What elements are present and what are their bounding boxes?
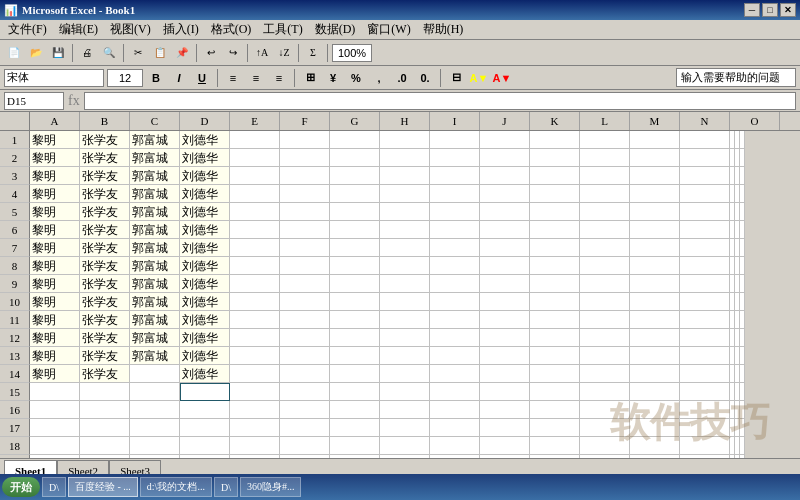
cell-Q18[interactable] (740, 437, 745, 455)
cell-H3[interactable] (380, 167, 430, 185)
cell-G13[interactable] (330, 347, 380, 365)
cell-D7[interactable]: 刘德华 (180, 239, 230, 257)
taskbar-item-4[interactable]: D\ (214, 477, 238, 497)
cell-B9[interactable]: 张学友 (80, 275, 130, 293)
cell-K6[interactable] (530, 221, 580, 239)
cell-N14[interactable] (680, 365, 730, 383)
cell-G18[interactable] (330, 437, 380, 455)
merge-button[interactable]: ⊞ (300, 69, 320, 87)
cell-A4[interactable]: 黎明 (30, 185, 80, 203)
minimize-button[interactable]: ─ (744, 3, 760, 17)
cell-J13[interactable] (480, 347, 530, 365)
cell-K17[interactable] (530, 419, 580, 437)
cell-L15[interactable] (580, 383, 630, 401)
cell-Q11[interactable] (740, 311, 745, 329)
row-num-8[interactable]: 8 (0, 257, 30, 275)
sort-desc-button[interactable]: ↓Z (274, 43, 294, 63)
cell-C16[interactable] (130, 401, 180, 419)
maximize-button[interactable]: □ (762, 3, 778, 17)
taskbar-item-3[interactable]: d:\我的文档... (140, 477, 212, 497)
cell-G6[interactable] (330, 221, 380, 239)
cell-I12[interactable] (430, 329, 480, 347)
cell-N5[interactable] (680, 203, 730, 221)
col-header-C[interactable]: C (130, 112, 180, 130)
cell-N9[interactable] (680, 275, 730, 293)
cell-A13[interactable]: 黎明 (30, 347, 80, 365)
cell-G1[interactable] (330, 131, 380, 149)
cell-G11[interactable] (330, 311, 380, 329)
cell-G16[interactable] (330, 401, 380, 419)
cell-J19[interactable] (480, 455, 530, 458)
cell-F3[interactable] (280, 167, 330, 185)
cell-E3[interactable] (230, 167, 280, 185)
cell-A3[interactable]: 黎明 (30, 167, 80, 185)
sum-button[interactable]: Σ (303, 43, 323, 63)
cell-K9[interactable] (530, 275, 580, 293)
cell-D12[interactable]: 刘德华 (180, 329, 230, 347)
cell-N17[interactable] (680, 419, 730, 437)
cell-F4[interactable] (280, 185, 330, 203)
row-num-1[interactable]: 1 (0, 131, 30, 149)
cell-C8[interactable]: 郭富城 (130, 257, 180, 275)
cell-M4[interactable] (630, 185, 680, 203)
cell-M19[interactable] (630, 455, 680, 458)
col-header-B[interactable]: B (80, 112, 130, 130)
cell-A19[interactable] (30, 455, 80, 458)
new-button[interactable]: 📄 (4, 43, 24, 63)
cell-E2[interactable] (230, 149, 280, 167)
cell-A14[interactable]: 黎明 (30, 365, 80, 383)
cell-K8[interactable] (530, 257, 580, 275)
cell-A1[interactable]: 黎明 (30, 131, 80, 149)
cell-G17[interactable] (330, 419, 380, 437)
cell-G15[interactable] (330, 383, 380, 401)
cell-A2[interactable]: 黎明 (30, 149, 80, 167)
cell-Q1[interactable] (740, 131, 745, 149)
cell-I19[interactable] (430, 455, 480, 458)
start-button[interactable]: 开始 (2, 477, 40, 497)
cell-Q6[interactable] (740, 221, 745, 239)
cell-B17[interactable] (80, 419, 130, 437)
row-num-15[interactable]: 15 (0, 383, 30, 401)
cell-J6[interactable] (480, 221, 530, 239)
sort-asc-button[interactable]: ↑A (252, 43, 272, 63)
cell-A15[interactable] (30, 383, 80, 401)
taskbar-item-2[interactable]: 百度经验 - ... (68, 477, 138, 497)
font-name-input[interactable] (4, 69, 104, 87)
cell-M3[interactable] (630, 167, 680, 185)
cell-C9[interactable]: 郭富城 (130, 275, 180, 293)
cell-F11[interactable] (280, 311, 330, 329)
row-num-7[interactable]: 7 (0, 239, 30, 257)
cell-F17[interactable] (280, 419, 330, 437)
cell-B7[interactable]: 张学友 (80, 239, 130, 257)
cell-Q17[interactable] (740, 419, 745, 437)
cell-L8[interactable] (580, 257, 630, 275)
cell-E15[interactable] (230, 383, 280, 401)
cell-H2[interactable] (380, 149, 430, 167)
comma-button[interactable]: , (369, 69, 389, 87)
cell-H5[interactable] (380, 203, 430, 221)
undo-button[interactable]: ↩ (201, 43, 221, 63)
cell-J17[interactable] (480, 419, 530, 437)
cell-M2[interactable] (630, 149, 680, 167)
cell-B6[interactable]: 张学友 (80, 221, 130, 239)
save-button[interactable]: 💾 (48, 43, 68, 63)
cell-L16[interactable] (580, 401, 630, 419)
cell-D16[interactable] (180, 401, 230, 419)
cell-N7[interactable] (680, 239, 730, 257)
cell-B2[interactable]: 张学友 (80, 149, 130, 167)
zoom-input[interactable]: 100% (332, 44, 372, 62)
formula-input[interactable] (84, 92, 796, 110)
col-header-M[interactable]: M (630, 112, 680, 130)
cell-D14[interactable]: 刘德华 (180, 365, 230, 383)
cell-C4[interactable]: 郭富城 (130, 185, 180, 203)
cell-I17[interactable] (430, 419, 480, 437)
cell-L6[interactable] (580, 221, 630, 239)
cell-D5[interactable]: 刘德华 (180, 203, 230, 221)
cell-Q15[interactable] (740, 383, 745, 401)
cell-H10[interactable] (380, 293, 430, 311)
cell-I16[interactable] (430, 401, 480, 419)
cell-N10[interactable] (680, 293, 730, 311)
cell-H6[interactable] (380, 221, 430, 239)
cell-E8[interactable] (230, 257, 280, 275)
redo-button[interactable]: ↪ (223, 43, 243, 63)
